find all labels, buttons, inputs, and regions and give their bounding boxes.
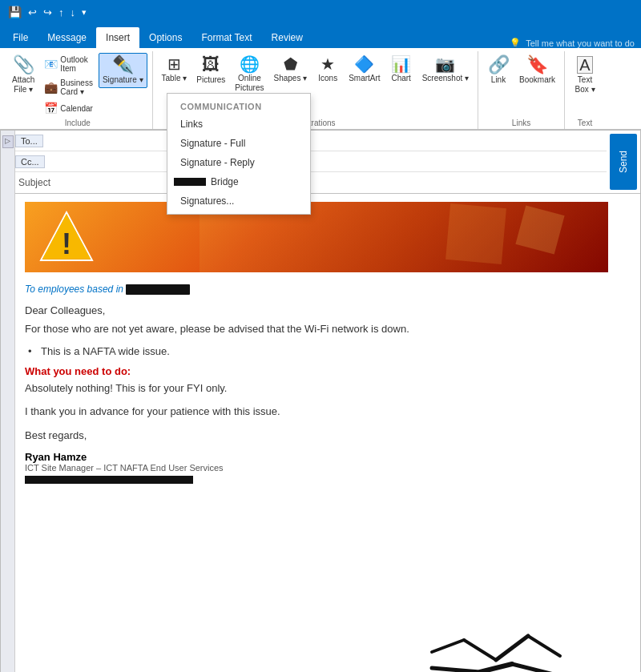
ribbon-group-include: 📎 AttachFile ▾ 📧 OutlookItem 💼 BusinessC… (3, 51, 153, 129)
email-body: ! To employees based in Dear Colleagues,… (1, 194, 640, 672)
email-greeting: Dear Colleagues, (25, 304, 608, 316)
email-compose-area: ◁ To... Cc... Subject (0, 130, 641, 672)
email-para1: For those who are not yet aware, please … (25, 321, 608, 337)
cc-row: Cc... (15, 151, 607, 172)
email-to-line: To employees based in (25, 284, 608, 295)
online-pictures-icon: 🌐 (240, 56, 260, 72)
tab-message[interactable]: Message (38, 27, 96, 48)
email-header-form: To... Cc... Subject Send (15, 131, 640, 194)
business-card-icon: 💼 (44, 81, 58, 94)
dropdown-item-signature-full[interactable]: Signature - Full (167, 134, 310, 153)
bookmark-button[interactable]: 🔖 Bookmark (515, 53, 559, 88)
signature-reply-label: Signature - Reply (180, 157, 255, 168)
dropdown-item-bridge[interactable]: ████ Bridge (167, 172, 310, 191)
link-button[interactable]: 🔗 Link (483, 53, 514, 88)
customize-icon[interactable]: ▾ (82, 7, 87, 18)
undo-icon[interactable]: ↩ (28, 6, 37, 18)
attach-file-icon: 📎 (13, 56, 34, 74)
ribbon-group-links: 🔗 Link 🔖 Bookmark Links (478, 51, 565, 129)
business-card-button[interactable]: 💼 BusinessCard ▾ (40, 76, 97, 99)
links-item-label: Links (180, 119, 203, 130)
ribbon-group-text: A TextBox ▾ Text (565, 51, 605, 129)
ribbon-tab-bar: File Message Insert Options Format Text … (0, 24, 641, 48)
svg-line-7 (432, 668, 480, 672)
svg-line-9 (512, 664, 576, 672)
signature-button[interactable]: ✒️ Signature ▾ (99, 53, 147, 88)
signature-dropdown: Communication Links Signature - Full Sig… (167, 93, 311, 215)
to-button[interactable]: To... (15, 135, 43, 147)
icons-button[interactable]: ★ Icons (312, 53, 343, 87)
text-box-button[interactable]: A TextBox ▾ (570, 53, 600, 98)
compose-window: ◁ To... Cc... Subject (0, 130, 641, 672)
online-pictures-button[interactable]: 🌐 OnlinePictures (231, 53, 268, 96)
smartart-icon: 🔷 (354, 56, 374, 72)
outlook-item-button[interactable]: 📧 OutlookItem (40, 53, 97, 75)
calendar-button[interactable]: 📅 Calendar (40, 99, 97, 117)
email-fields: To... Cc... Subject (15, 131, 607, 193)
link-icon: 🔗 (488, 56, 510, 74)
tell-me-input[interactable]: Tell me what you want to do (526, 38, 635, 48)
screenshot-icon: 📷 (435, 56, 455, 72)
calendar-icon: 📅 (44, 102, 58, 115)
signature-full-label: Signature - Full (180, 138, 245, 149)
tab-options[interactable]: Options (139, 27, 191, 48)
attach-file-button[interactable]: 📎 AttachFile ▾ (8, 53, 38, 98)
title-bar: 💾 ↩ ↪ ↑ ↓ ▾ (0, 0, 641, 24)
table-button[interactable]: ⊞ Table ▾ (158, 53, 191, 87)
warning-triangle-svg: ! (38, 209, 95, 265)
dropdown-item-signatures[interactable]: Signatures... (167, 191, 310, 211)
email-sig-title: ICT Site Manager – ICT NAFTA End User Se… (25, 463, 608, 473)
banner-deco-2 (445, 203, 506, 264)
chart-button[interactable]: 📊 Chart (386, 53, 417, 87)
redo-icon[interactable]: ↪ (43, 6, 52, 18)
svg-line-6 (528, 636, 560, 656)
screenshot-button[interactable]: 📷 Screenshot ▾ (418, 53, 473, 87)
email-regards: Best regards, (25, 428, 608, 444)
table-icon: ⊞ (167, 56, 181, 72)
cc-input[interactable] (50, 155, 607, 169)
collapse-btn-1[interactable]: ◁ (2, 135, 14, 148)
bridge-item-label: Bridge (211, 176, 239, 187)
tab-review[interactable]: Review (262, 27, 312, 48)
subject-label: Subject (15, 177, 54, 188)
subject-row: Subject (15, 172, 607, 193)
send-button[interactable]: Send (610, 134, 637, 190)
svg-line-8 (480, 664, 512, 672)
tab-format-text[interactable]: Format Text (191, 27, 261, 48)
shapes-button[interactable]: ⬟ Shapes ▾ (269, 53, 311, 87)
outlook-item-icon: 📧 (44, 58, 58, 70)
smartart-button[interactable]: 🔷 SmartArt (345, 53, 384, 87)
dropdown-item-links[interactable]: Links (167, 115, 310, 134)
pictures-button[interactable]: 🖼 Pictures (192, 53, 229, 88)
text-box-icon: A (577, 56, 592, 74)
email-what-value: Absolutely nothing! This is for your FYI… (25, 380, 608, 396)
signatures-label: Signatures... (180, 195, 234, 207)
email-what-label: What you need to do: (25, 365, 608, 377)
subject-input[interactable] (58, 175, 607, 190)
to-input[interactable] (48, 134, 607, 148)
move-up-icon[interactable]: ↑ (58, 6, 64, 18)
icons-icon: ★ (320, 56, 335, 72)
tab-file[interactable]: File (3, 27, 38, 48)
dropdown-item-signature-reply[interactable]: Signature - Reply (167, 153, 310, 172)
signature-icon: ✒️ (112, 56, 134, 74)
bookmark-icon: 🔖 (526, 56, 548, 74)
ribbon-toolbar: 📎 AttachFile ▾ 📧 OutlookItem 💼 BusinessC… (0, 48, 641, 130)
shapes-icon: ⬟ (284, 56, 297, 72)
email-form-with-send: To... Cc... Subject Send (15, 131, 640, 193)
signature-scribble (416, 628, 592, 672)
email-sig-name: Ryan Hamze (25, 451, 608, 463)
to-row: To... (15, 131, 607, 151)
include-label: Include (8, 117, 147, 127)
save-icon[interactable]: 💾 (8, 6, 22, 18)
sig-contact-redacted (25, 476, 193, 484)
move-down-icon[interactable]: ↓ (71, 6, 76, 18)
text-label: Text (570, 117, 600, 127)
svg-line-5 (496, 636, 528, 660)
svg-line-4 (464, 640, 496, 660)
cc-button[interactable]: Cc... (15, 155, 45, 168)
svg-text:!: ! (62, 227, 71, 260)
email-thanks: I thank you in advance for your patience… (25, 404, 608, 420)
tab-insert[interactable]: Insert (96, 27, 139, 48)
redacted-location (126, 284, 190, 295)
